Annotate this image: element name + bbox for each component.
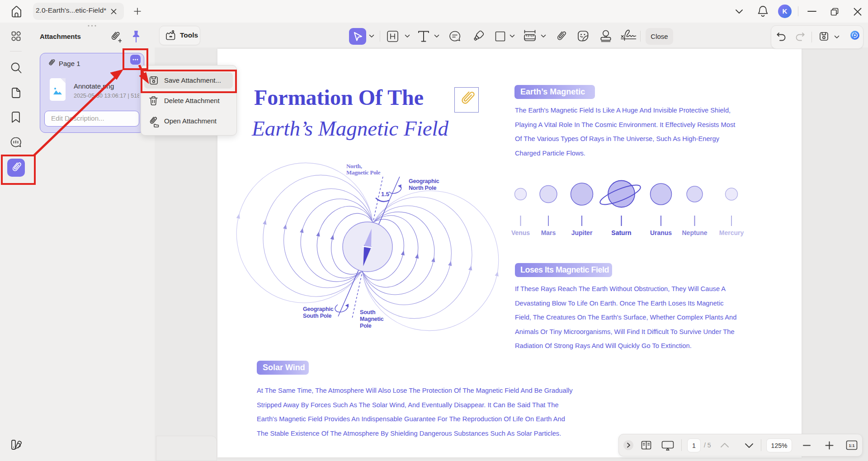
svg-text:Pole: Pole — [360, 323, 372, 329]
svg-text:Mercury: Mercury — [719, 229, 744, 236]
svg-text:Geographic: Geographic — [303, 306, 334, 312]
svg-text:Saturn: Saturn — [611, 229, 631, 236]
svg-text:Mars: Mars — [541, 229, 556, 236]
svg-text:Magnetic: Magnetic — [360, 316, 384, 322]
svg-text:North Pole: North Pole — [409, 185, 436, 191]
svg-text:Magnetic Pole: Magnetic Pole — [346, 169, 381, 176]
svg-text:Geographic: Geographic — [409, 178, 439, 184]
svg-text:1.5: 1.5 — [381, 191, 389, 198]
svg-text:Neptune: Neptune — [682, 229, 708, 236]
svg-text:South Pole: South Pole — [303, 313, 332, 319]
svg-text:Jupiter: Jupiter — [571, 229, 593, 236]
svg-text:Uranus: Uranus — [650, 229, 672, 236]
svg-text:South: South — [360, 309, 375, 315]
svg-text:1:1: 1:1 — [849, 443, 854, 448]
